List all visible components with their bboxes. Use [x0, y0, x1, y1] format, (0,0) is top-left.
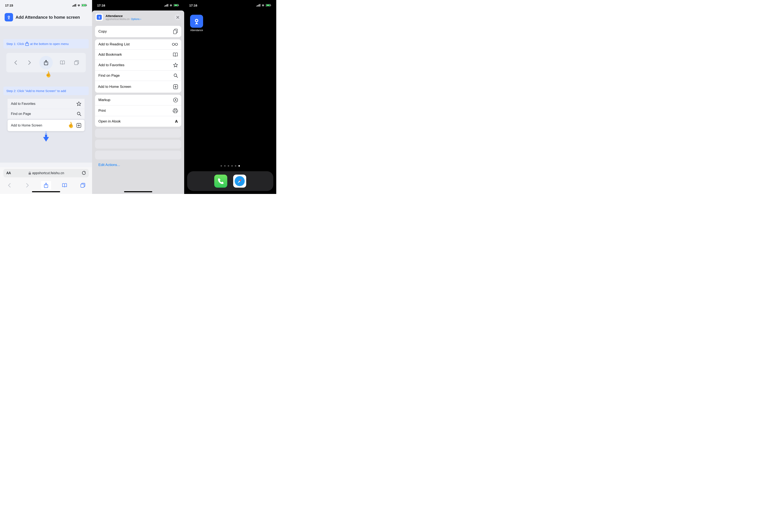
battery-charging-icon [174, 4, 179, 7]
action-bookmark[interactable]: Add Bookmark [95, 50, 181, 60]
menu-illustration: Add to Favorites Find on Page Add to Hom… [8, 99, 85, 131]
share-sheet-app-icon [96, 14, 103, 21]
svg-rect-46 [271, 5, 271, 6]
battery-charging-icon [82, 4, 87, 7]
nav-share-button[interactable] [41, 181, 51, 190]
wifi-icon [261, 4, 265, 7]
copy-icon [173, 29, 178, 34]
book-icon [173, 53, 178, 57]
svg-rect-39 [174, 111, 177, 113]
svg-point-48 [196, 20, 197, 21]
screen-home: 17:16 Attendance [184, 0, 276, 194]
wifi-icon [169, 4, 173, 7]
status-icons [257, 4, 271, 7]
close-button[interactable] [175, 14, 181, 20]
share-sheet-url: appshortcut.feishu.cn [105, 18, 130, 20]
svg-point-33 [175, 43, 178, 46]
svg-rect-2 [74, 4, 75, 7]
action-markup[interactable]: Markup [95, 95, 181, 105]
status-icons [164, 4, 179, 7]
svg-point-29 [99, 17, 100, 17]
dock-app-phone[interactable] [214, 174, 227, 188]
action-find-on-page[interactable]: Find on Page [95, 71, 181, 81]
page-title: Add Attendance to home screen [16, 15, 80, 20]
phone-icon [217, 177, 224, 185]
star-icon [173, 63, 178, 67]
svg-rect-40 [257, 6, 257, 7]
share-icon [25, 42, 29, 46]
home-indicator[interactable] [32, 191, 60, 192]
home-screen-app-attendance[interactable]: Attendance [188, 15, 205, 32]
close-icon [177, 16, 179, 19]
url-bar[interactable]: AA appshortcut.feishu.cn [3, 169, 89, 177]
reload-icon[interactable] [82, 171, 86, 175]
nav-forward-button[interactable] [22, 181, 33, 190]
status-bar: 17:16 [184, 0, 276, 9]
home-indicator[interactable] [124, 191, 152, 192]
plus-square-icon [173, 85, 178, 89]
signal-icon [72, 4, 76, 7]
status-icons [72, 4, 87, 7]
svg-rect-16 [45, 133, 47, 134]
share-sheet-title: Attendance [105, 14, 172, 18]
svg-rect-41 [258, 5, 258, 7]
svg-rect-15 [45, 131, 47, 132]
svg-rect-3 [75, 4, 76, 7]
skeleton-row [95, 129, 181, 137]
safari-icon [234, 176, 245, 187]
pointing-hand-icon: ☝ [66, 121, 75, 129]
svg-rect-23 [167, 4, 167, 7]
svg-rect-43 [260, 4, 260, 7]
dock [187, 171, 273, 191]
skeleton-row [95, 140, 181, 149]
text-size-button[interactable]: AA [6, 171, 11, 175]
safari-nav-bar [0, 179, 92, 190]
action-open-alook[interactable]: Open in Alook A [95, 116, 181, 127]
menu-item-favorites-demo: Add to Favorites [8, 99, 85, 109]
screen-instructions: 17:15 Add Attendance to home screen Step… [0, 0, 92, 194]
toolbar-illustration: ☝ [6, 53, 86, 72]
svg-rect-27 [179, 5, 179, 6]
svg-rect-31 [174, 30, 177, 34]
dock-app-safari[interactable] [233, 174, 246, 188]
status-time: 17:15 [5, 4, 13, 7]
svg-rect-21 [164, 6, 165, 7]
nav-bookmarks-button[interactable] [60, 181, 70, 190]
step-2-banner: Step 2: Click "Add to Home Screen" to ad… [3, 87, 89, 95]
menu-item-find-demo: Find on Page [8, 109, 85, 119]
skeleton-row [95, 151, 181, 160]
step-1-banner: Step 1: Click at the bottom to open menu [3, 39, 89, 48]
action-add-to-home-screen[interactable]: Add to Home Screen [95, 81, 181, 93]
svg-rect-20 [81, 184, 84, 187]
screen-share-sheet: 17:16 Attendance appshortcut.feishu.cn O… [92, 0, 184, 194]
share-sheet-body[interactable]: Copy Add to Reading List Add Bookmark Ad… [92, 26, 184, 170]
action-favorites[interactable]: Add to Favorites [95, 60, 181, 71]
down-arrow-icon [42, 131, 50, 142]
print-icon [173, 108, 178, 113]
nav-tabs-button[interactable] [78, 181, 88, 190]
plus-square-icon [77, 123, 81, 128]
svg-rect-12 [74, 61, 78, 65]
menu-item-add-home-demo: Add to Home Screen ☝ [8, 120, 85, 131]
options-button[interactable]: Options › [131, 18, 141, 20]
svg-rect-1 [73, 5, 74, 7]
glasses-icon [172, 43, 178, 46]
edit-actions-button[interactable]: Edit Actions... [95, 162, 181, 170]
url-text: appshortcut.feishu.cn [32, 171, 64, 175]
svg-rect-38 [174, 109, 177, 110]
attendance-app-icon [190, 15, 203, 28]
nav-back-button[interactable] [4, 181, 14, 190]
star-icon [77, 101, 81, 106]
action-copy[interactable]: Copy [95, 26, 181, 37]
page-indicator[interactable] [220, 165, 240, 167]
battery-charging-icon [266, 4, 271, 7]
action-print[interactable]: Print [95, 105, 181, 116]
book-icon [58, 58, 67, 67]
forward-icon [25, 58, 34, 67]
action-reading-list[interactable]: Add to Reading List [95, 39, 181, 50]
status-time: 17:16 [97, 4, 105, 7]
instructions-content: Step 1: Click at the bottom to open menu… [0, 26, 92, 163]
share-button-highlighted: ☝ [39, 56, 53, 69]
alook-icon: A [175, 119, 178, 124]
pointing-hand-icon: ☝ [44, 70, 53, 79]
